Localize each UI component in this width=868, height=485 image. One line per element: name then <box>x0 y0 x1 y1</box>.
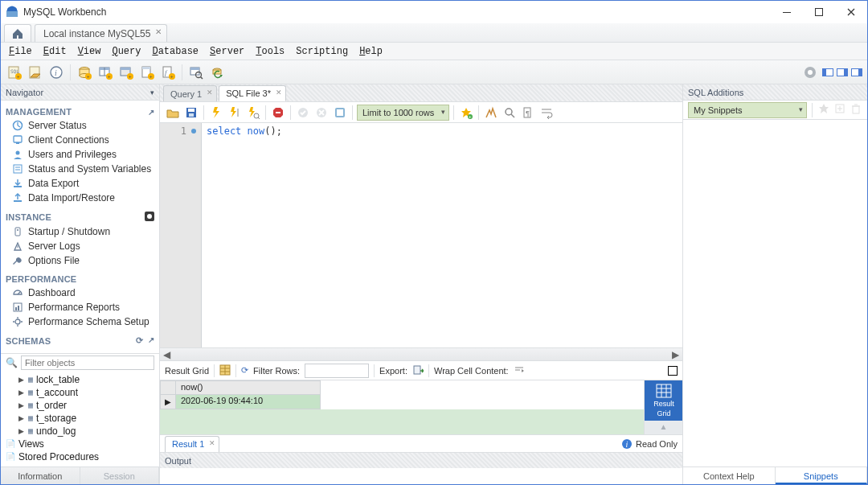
toolbar-create-view-button[interactable]: + <box>117 64 135 81</box>
toolbar-new-sql-tab-button[interactable]: SQL+ <box>6 64 23 81</box>
toolbar-toggle-right-panel[interactable] <box>851 68 862 76</box>
nav-perf-reports[interactable]: Performance Reports <box>6 300 154 314</box>
connection-tab-close-icon[interactable]: ✕ <box>155 27 162 36</box>
schema-tree[interactable]: ▶▦lock_table ▶▦t_account ▶▦t_order ▶▦t_s… <box>1 372 159 467</box>
wrap-cell-icon[interactable] <box>514 364 525 377</box>
editor-tab-sqlfile3-close-icon[interactable]: ✕ <box>276 88 282 97</box>
toolbar-create-table-button[interactable]: + <box>96 64 114 81</box>
grid-column-header[interactable]: now() <box>176 380 321 395</box>
nav-startup-shutdown[interactable]: Startup / Shutdown <box>6 224 154 239</box>
result-refresh-icon[interactable]: ⟳ <box>241 365 248 376</box>
schemas-refresh-icon[interactable]: ⟳ <box>136 335 143 346</box>
query-autocommit-button[interactable] <box>332 105 348 121</box>
schema-node-lock-table[interactable]: ▶▦lock_table <box>18 373 156 386</box>
additions-tab-snippets[interactable]: Snippets <box>776 467 868 484</box>
scroll-left-icon[interactable]: ◀ <box>163 349 170 360</box>
schema-filter-input[interactable] <box>21 356 154 370</box>
svg-rect-100 <box>853 106 859 113</box>
window-close-button[interactable] <box>835 1 867 23</box>
schema-node-t-account[interactable]: ▶▦t_account <box>18 386 156 399</box>
window-maximize-button[interactable] <box>803 1 835 23</box>
connection-tab[interactable]: Local instance MySQL55 ✕ <box>35 24 167 42</box>
nav-data-export[interactable]: Data Export <box>6 176 154 191</box>
result-grid-icon[interactable] <box>219 364 231 377</box>
navigator-tab-information[interactable]: Information <box>1 467 80 484</box>
nav-perf-schema-setup[interactable]: Performance Schema Setup <box>6 314 154 329</box>
query-beautify-button[interactable] <box>483 105 499 121</box>
result-grid-action-button[interactable]: Result Grid <box>645 380 683 421</box>
menu-server[interactable]: Server <box>210 46 244 57</box>
nav-users-privileges[interactable]: Users and Privileges <box>6 147 154 162</box>
editor-tab-query1[interactable]: Query 1 ✕ <box>163 85 217 101</box>
toolbar-toggle-left-panel[interactable] <box>822 68 833 76</box>
toolbar-create-procedure-button[interactable]: + <box>138 64 156 81</box>
nav-options-file[interactable]: Options File <box>6 253 154 268</box>
grid-cell[interactable]: 2020-06-19 09:44:10 <box>176 395 321 409</box>
query-find-button[interactable] <box>502 105 518 121</box>
result-tab-1[interactable]: Result 1 ✕ <box>165 436 219 452</box>
query-explain-button[interactable] <box>245 105 261 121</box>
menu-database[interactable]: Database <box>152 46 199 57</box>
query-open-button[interactable] <box>165 105 181 121</box>
result-pin-toggle[interactable] <box>668 366 678 376</box>
toolbar-reconnect-button[interactable] <box>208 64 226 81</box>
query-rollback-button[interactable] <box>313 105 330 121</box>
scroll-right-icon[interactable]: ▶ <box>672 349 679 360</box>
nav-status-variables[interactable]: Status and System Variables <box>6 162 154 176</box>
editor-tab-query1-close-icon[interactable]: ✕ <box>207 88 213 97</box>
result-tab-1-close-icon[interactable]: ✕ <box>209 439 215 447</box>
additions-tab-context-help[interactable]: Context Help <box>683 467 776 484</box>
snippet-add-button[interactable] <box>817 102 830 117</box>
editor-h-scrollbar[interactable]: ◀ ▶ <box>160 347 682 360</box>
expand-icon[interactable]: ↗ <box>148 108 154 117</box>
query-limit-dropdown[interactable]: Limit to 1000 rows <box>357 105 449 121</box>
query-stop-button[interactable] <box>270 105 286 121</box>
schema-node-t-order[interactable]: ▶▦t_order <box>18 399 156 412</box>
query-save-button[interactable] <box>183 105 199 121</box>
sql-additions-panel: SQL Additions My Snippets Context Help S… <box>682 84 867 484</box>
menu-scripting[interactable]: Scripting <box>296 46 348 57</box>
menu-view[interactable]: View <box>78 46 101 57</box>
nav-client-connections[interactable]: Client Connections <box>6 133 154 147</box>
query-invisible-chars-button[interactable]: ¶ <box>520 105 536 121</box>
query-favorite-button[interactable]: + <box>458 105 474 121</box>
toolbar-inspector-button[interactable]: i <box>47 64 65 81</box>
filter-rows-input[interactable] <box>305 364 369 378</box>
menu-tools[interactable]: Tools <box>256 46 285 57</box>
toolbar-create-schema-button[interactable]: + <box>76 64 93 81</box>
query-wordwrap-button[interactable] <box>538 105 555 121</box>
menu-help[interactable]: Help <box>359 46 383 57</box>
query-execute-button[interactable] <box>208 105 224 121</box>
nav-server-status[interactable]: Server Status <box>6 118 154 133</box>
toolbar-workbench-central-icon[interactable] <box>801 64 819 81</box>
result-grid[interactable]: now() ▶ 2020-06-19 09:44:10 <box>160 380 644 434</box>
toolbar-create-function-button[interactable]: f+ <box>159 64 177 81</box>
result-view-up-button[interactable]: ▲ <box>645 421 682 432</box>
query-commit-button[interactable] <box>295 105 311 121</box>
schema-node-t-storage[interactable]: ▶▦t_storage <box>18 412 156 425</box>
home-tab-button[interactable] <box>4 24 31 42</box>
snippet-delete-button[interactable] <box>850 102 862 117</box>
snippets-dropdown[interactable]: My Snippets <box>688 102 807 118</box>
schema-node-views[interactable]: 📄Views <box>6 438 156 450</box>
window-minimize-button[interactable] <box>771 1 803 23</box>
nav-dashboard[interactable]: Dashboard <box>6 286 154 300</box>
menu-file[interactable]: File <box>9 46 32 57</box>
editor-tab-sqlfile3[interactable]: SQL File 3* ✕ <box>219 85 286 101</box>
navigator-tab-session[interactable]: Session <box>80 467 160 484</box>
sql-editor-textarea[interactable]: select now(); <box>202 123 682 347</box>
schema-node-stored-procedures[interactable]: 📄Stored Procedures <box>6 450 156 463</box>
menu-query[interactable]: Query <box>112 46 141 57</box>
schemas-expand-icon[interactable]: ↗ <box>148 335 154 346</box>
nav-server-logs[interactable]: Server Logs <box>6 239 154 253</box>
navigator-dropdown-icon[interactable]: ▾ <box>150 88 154 97</box>
schema-node-undo-log[interactable]: ▶▦undo_log <box>18 425 156 438</box>
toolbar-toggle-bottom-panel[interactable] <box>837 68 848 76</box>
menu-edit[interactable]: Edit <box>43 46 67 57</box>
query-execute-cursor-button[interactable] <box>227 105 243 121</box>
nav-data-import[interactable]: Data Import/Restore <box>6 191 154 205</box>
toolbar-open-sql-button[interactable] <box>27 64 44 81</box>
toolbar-search-table-data-button[interactable] <box>187 64 205 81</box>
export-icon[interactable] <box>412 364 424 377</box>
snippet-insert-button[interactable] <box>833 102 846 117</box>
